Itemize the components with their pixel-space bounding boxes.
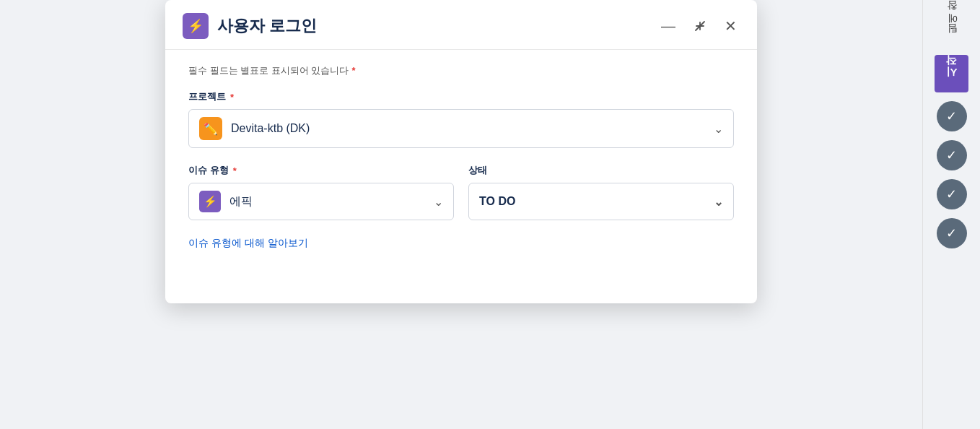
right-sidebar: 팀에 참 시작 ✓ ✓ ✓ ✓ [922, 0, 980, 429]
issue-type-chevron-icon: ⌄ [434, 195, 443, 209]
modal-controls: — ✕ [658, 16, 740, 36]
required-asterisk: * [351, 65, 355, 76]
sidebar-check-3[interactable]: ✓ [937, 179, 967, 209]
project-chevron-icon: ⌄ [714, 122, 723, 136]
issue-type-select-value: 에픽 [229, 194, 425, 209]
status-select[interactable]: TO DO ⌄ [468, 183, 734, 220]
sidebar-check-4[interactable]: ✓ [937, 218, 967, 248]
project-select-value: Devita-ktb (DK) [231, 122, 705, 135]
learn-more-link[interactable]: 이슈 유형에 대해 알아보기 [188, 237, 308, 248]
status-form-group: 상태 TO DO ⌄ [468, 164, 734, 220]
close-button[interactable]: ✕ [722, 16, 740, 36]
maximize-icon [693, 19, 707, 33]
modal-title: 사용자 로그인 [217, 15, 658, 37]
modal-body: 필수 필드는 별표로 표시되어 있습니다* 프로젝트 * ✏️ Devita-k… [165, 50, 757, 270]
sidebar-check-1[interactable]: ✓ [937, 101, 967, 131]
sidebar-check-2[interactable]: ✓ [937, 140, 967, 170]
maximize-button[interactable] [690, 16, 710, 36]
modal-icon-symbol: ⚡ [188, 18, 204, 34]
modal-header: ⚡ 사용자 로그인 — ✕ [165, 0, 757, 50]
required-note: 필수 필드는 별표로 표시되어 있습니다* [188, 64, 734, 77]
status-label: 상태 [468, 164, 734, 177]
sidebar-start-button[interactable]: 시작 [935, 55, 968, 92]
modal-dialog: ⚡ 사용자 로그인 — ✕ [165, 0, 757, 303]
project-icon: ✏️ [199, 117, 222, 140]
project-label: 프로젝트 * [188, 90, 734, 103]
row-fields: 이슈 유형 * ⚡ 에픽 ⌄ 상태 [188, 164, 734, 236]
status-chevron-icon: ⌄ [714, 195, 723, 209]
minimize-button[interactable]: — [658, 16, 678, 36]
issue-type-label: 이슈 유형 * [188, 164, 454, 177]
sidebar-top-text: 팀에 참 [945, 7, 958, 40]
project-select[interactable]: ✏️ Devita-ktb (DK) ⌄ [188, 109, 734, 148]
issue-type-form-group: 이슈 유형 * ⚡ 에픽 ⌄ [188, 164, 454, 220]
project-form-group: 프로젝트 * ✏️ Devita-ktb (DK) ⌄ [188, 90, 734, 148]
status-select-value: TO DO [479, 195, 705, 208]
issue-type-required-mark: * [233, 165, 237, 176]
epic-icon: ⚡ [199, 191, 221, 212]
modal-app-icon: ⚡ [183, 13, 209, 39]
issue-type-select[interactable]: ⚡ 에픽 ⌄ [188, 183, 454, 220]
project-required-mark: * [230, 92, 234, 103]
